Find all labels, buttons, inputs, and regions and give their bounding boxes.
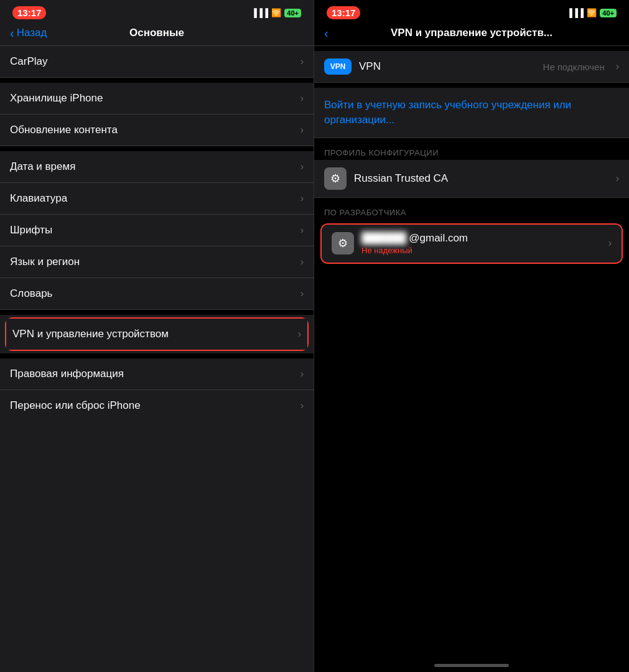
- datetime-item[interactable]: Дата и время ›: [0, 151, 314, 182]
- right-back-button[interactable]: ‹: [324, 27, 328, 39]
- school-link-text: Войти в учетную запись учебного учрежден…: [324, 99, 571, 126]
- right-signal-icon: ▐▐▐: [567, 8, 584, 17]
- right-battery-badge: 40+: [600, 9, 617, 17]
- right-nav-title: VPN и управление устройств...: [391, 27, 552, 39]
- profile-section-label: ПРОФИЛЬ КОНФИГУРАЦИИ: [324, 148, 439, 157]
- left-nav-bar: ‹ Назад Основные: [0, 23, 314, 45]
- gmail-gear-icon: ⚙: [338, 236, 348, 250]
- right-sep-top: [314, 46, 629, 51]
- right-time: 13:17: [327, 6, 360, 19]
- legal-item[interactable]: Правовая информация ›: [0, 358, 314, 390]
- storage-item[interactable]: Хранилище iPhone ›: [0, 83, 314, 114]
- battery-badge: 40+: [284, 9, 301, 17]
- right-sep4: [314, 198, 629, 203]
- gmail-profile-icon: ⚙: [332, 232, 354, 254]
- sepg1: [0, 78, 314, 83]
- right-status-icons: ▐▐▐ 🛜 40+: [567, 8, 617, 17]
- right-nav-bar: ‹ VPN и управление устройств...: [314, 23, 629, 45]
- developer-section-header: ПО РАЗРАБОТЧИКА: [314, 203, 629, 220]
- update-chevron: ›: [301, 124, 304, 136]
- russian-ca-item[interactable]: ⚙ Russian Trusted CA ›: [314, 160, 629, 197]
- vpn-chevron: ›: [616, 61, 619, 72]
- carplay-item[interactable]: CarPlay ›: [0, 46, 314, 77]
- legal-chevron: ›: [301, 368, 304, 380]
- wifi-icon: 🛜: [271, 8, 281, 17]
- datetime-chevron: ›: [301, 161, 304, 172]
- language-item[interactable]: Язык и регион ›: [0, 246, 314, 278]
- transfer-label: Перенос или сброс iPhone: [10, 399, 141, 412]
- vpn-device-highlighted-box: VPN и управление устройством ›: [5, 317, 309, 351]
- right-back-chevron: ‹: [324, 27, 328, 39]
- developer-section-label: ПО РАЗРАБОТЧИКА: [324, 208, 406, 217]
- left-back-button[interactable]: ‹ Назад: [10, 27, 47, 39]
- russian-ca-gear-icon: ⚙: [330, 172, 340, 185]
- right-sep3: [314, 138, 629, 143]
- school-link[interactable]: Войти в учетную запись учебного учрежден…: [314, 88, 629, 138]
- sepg4: [0, 353, 314, 358]
- left-back-chevron: ‹: [10, 27, 14, 39]
- vpn-device-chevron: ›: [298, 329, 301, 340]
- keyboard-item[interactable]: Клавиатура ›: [0, 183, 314, 214]
- profile-section-header: ПРОФИЛЬ КОНФИГУРАЦИИ: [314, 143, 629, 160]
- signal-icon: ▐▐▐: [251, 8, 269, 17]
- fonts-chevron: ›: [301, 225, 304, 236]
- datetime-label: Дата и время: [10, 161, 75, 173]
- carplay-chevron: ›: [301, 56, 304, 67]
- legal-label: Правовая информация: [10, 368, 124, 380]
- sepg3: [0, 310, 314, 315]
- right-sep2: [314, 83, 629, 88]
- update-item[interactable]: Обновление контента ›: [0, 114, 314, 146]
- transfer-item[interactable]: Перенос или сброс iPhone ›: [0, 390, 314, 421]
- right-wifi-icon: 🛜: [587, 8, 597, 17]
- language-label: Язык и регион: [10, 256, 80, 268]
- vpn-status: Не подключен: [543, 62, 605, 72]
- gmail-highlighted-box: ⚙ ██████ @gmail.com Не надежный ›: [320, 223, 623, 264]
- left-nav-title: Основные: [129, 27, 184, 39]
- dictionary-chevron: ›: [301, 288, 304, 299]
- gmail-subtitle: Не надежный: [361, 246, 601, 255]
- left-back-label: Назад: [17, 27, 47, 39]
- vpn-row[interactable]: VPN VPN Не подключен ›: [314, 51, 629, 82]
- gmail-blurred-name: ██████: [361, 232, 406, 245]
- sepg2: [0, 146, 314, 151]
- update-label: Обновление контента: [10, 124, 118, 136]
- fonts-item[interactable]: Шрифты ›: [0, 215, 314, 246]
- gmail-profile-item[interactable]: ⚙ ██████ @gmail.com Не надежный ›: [322, 225, 622, 263]
- dictionary-item[interactable]: Словарь ›: [0, 278, 314, 309]
- language-chevron: ›: [301, 256, 304, 268]
- right-panel: 13:17 ▐▐▐ 🛜 40+ ‹ VPN и управление устро…: [314, 0, 629, 672]
- keyboard-label: Клавиатура: [10, 192, 67, 205]
- russian-ca-chevron: ›: [616, 173, 619, 184]
- left-panel: 13:17 ▐▐▐ 🛜 40+ ‹ Назад Основные CarPlay…: [0, 0, 314, 672]
- right-status-bar: 13:17 ▐▐▐ 🛜 40+: [314, 0, 629, 23]
- vpn-device-item[interactable]: VPN и управление устройством ›: [6, 319, 307, 350]
- gmail-chevron: ›: [608, 238, 612, 249]
- storage-chevron: ›: [301, 93, 304, 104]
- russian-ca-name: Russian Trusted CA: [354, 172, 448, 184]
- russian-ca-icon: ⚙: [324, 167, 347, 190]
- gmail-at-label: @gmail.com: [409, 232, 468, 245]
- vpn-device-label: VPN и управление устройством: [12, 328, 169, 340]
- gmail-profile-info: ██████ @gmail.com Не надежный: [361, 232, 601, 255]
- transfer-chevron: ›: [301, 400, 304, 411]
- russian-ca-info: Russian Trusted CA: [354, 172, 608, 185]
- vpn-label: VPN: [359, 60, 536, 73]
- fonts-label: Шрифты: [10, 224, 52, 236]
- left-time: 13:17: [12, 6, 46, 19]
- vpn-badge: VPN: [324, 58, 352, 75]
- home-indicator: [434, 664, 509, 667]
- carplay-label: CarPlay: [10, 55, 47, 68]
- keyboard-chevron: ›: [301, 193, 304, 204]
- storage-label: Хранилище iPhone: [10, 92, 103, 105]
- left-status-bar: 13:17 ▐▐▐ 🛜 40+: [0, 0, 314, 23]
- dictionary-label: Словарь: [10, 287, 52, 300]
- left-status-icons: ▐▐▐ 🛜 40+: [251, 8, 301, 17]
